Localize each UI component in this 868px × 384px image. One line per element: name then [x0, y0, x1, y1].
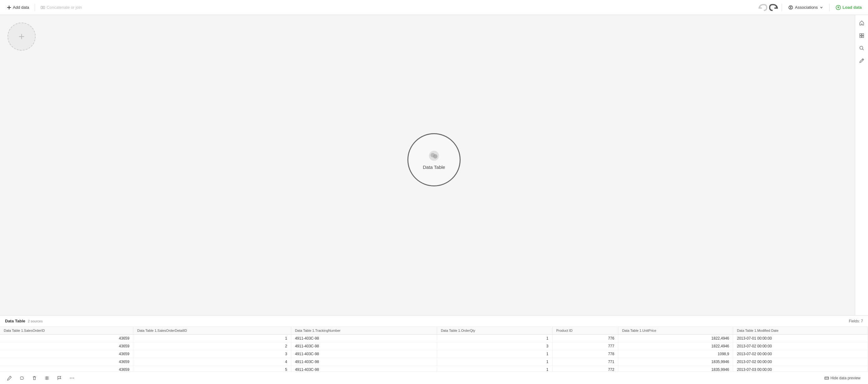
svg-rect-16 — [862, 34, 863, 35]
svg-rect-15 — [860, 34, 861, 35]
pen-icon — [859, 58, 865, 63]
table-cell: 1 — [437, 366, 552, 372]
table-column-header: Data Table 1.Modified Date — [733, 327, 868, 334]
data-table-label: Data Table — [423, 164, 445, 170]
svg-line-21 — [862, 59, 863, 60]
bottom-toolbar: Hide data preview — [0, 372, 868, 384]
table-column-header: Data Table 1.TrackingNumber — [291, 327, 437, 334]
search-icon — [859, 45, 865, 51]
bottom-panel: Data Table 2 sources Fields: 7 Data Tabl… — [0, 315, 868, 384]
svg-point-5 — [788, 5, 792, 9]
bottom-panel-table-name: Data Table — [5, 319, 25, 323]
table-row: 4365914911-403C-9817761822,49462013-07-0… — [0, 334, 868, 343]
data-table-node-icon — [428, 150, 440, 161]
table-column-header: Data Table 1.SalesOrderDetailID — [133, 327, 291, 334]
table-cell: 4911-403C-98 — [291, 343, 437, 350]
svg-point-19 — [860, 46, 863, 50]
concatenate-icon — [41, 5, 45, 10]
toolbar-divider-2 — [782, 4, 782, 11]
home-icon — [859, 20, 865, 26]
table-column-header: Data Table 1.UnitPrice — [618, 327, 733, 334]
hide-preview-button[interactable]: Hide data preview — [822, 375, 863, 382]
undo-button[interactable] — [758, 3, 768, 12]
refresh-tool-button[interactable] — [18, 374, 26, 382]
table-cell: 5 — [133, 366, 291, 372]
more-tool-button[interactable] — [68, 374, 76, 382]
table-cell: 4911-403C-98 — [291, 334, 437, 343]
home-sidebar-button[interactable] — [857, 18, 867, 28]
grid-icon — [859, 33, 865, 38]
table-cell: 43659 — [0, 350, 133, 358]
split-tool-button[interactable] — [42, 374, 51, 382]
data-table-container: Data Table 1.SalesOrderIDData Table 1.Sa… — [0, 327, 868, 372]
search-sidebar-button[interactable] — [857, 43, 867, 53]
redo-button[interactable] — [769, 3, 778, 12]
svg-line-20 — [862, 49, 864, 50]
load-data-label: Load data — [843, 5, 862, 10]
add-circle-plus-icon — [17, 32, 26, 41]
table-row: 4365954911-403C-9817721835,99462013-07-0… — [0, 366, 868, 372]
table-cell: 2013-07-01 00:00:00 — [733, 334, 868, 343]
redo-icon — [769, 3, 778, 12]
table-cell: 2 — [133, 343, 291, 350]
trash-icon — [32, 376, 37, 381]
table-cell: 778 — [552, 350, 618, 358]
table-cell: 776 — [552, 334, 618, 343]
data-preview-table: Data Table 1.SalesOrderIDData Table 1.Sa… — [0, 327, 868, 372]
split-icon — [44, 376, 50, 381]
table-cell: 3 — [437, 343, 552, 350]
delete-tool-button[interactable] — [30, 374, 39, 382]
table-cell: 1822,4946 — [618, 334, 733, 343]
sources-badge: 2 sources — [28, 319, 43, 323]
table-cell: 2013-07-02 00:00:00 — [733, 350, 868, 358]
top-toolbar: Add data Concatenate or join — [0, 0, 868, 15]
bottom-panel-header: Data Table 2 sources Fields: 7 — [0, 316, 868, 327]
table-cell: 43659 — [0, 343, 133, 350]
more-icon — [69, 376, 74, 381]
edit-tool-button[interactable] — [5, 374, 14, 382]
svg-point-28 — [73, 378, 74, 378]
svg-rect-18 — [862, 36, 863, 37]
canvas-area: Data Table — [0, 15, 868, 315]
flag-tool-button[interactable] — [55, 374, 64, 382]
pen-sidebar-button[interactable] — [857, 56, 867, 66]
table-header: Data Table 1.SalesOrderIDData Table 1.Sa… — [0, 327, 868, 334]
table-cell: 4911-403C-98 — [291, 366, 437, 372]
hide-preview-label: Hide data preview — [831, 376, 861, 380]
table-body: 4365914911-403C-9817761822,49462013-07-0… — [0, 334, 868, 372]
plus-icon — [7, 5, 11, 10]
load-data-icon — [836, 5, 841, 10]
table-cell: 1822,4946 — [618, 343, 733, 350]
add-data-button[interactable]: Add data — [4, 3, 32, 11]
toolbar-divider — [35, 4, 35, 11]
table-cell: 1835,9946 — [618, 358, 733, 366]
table-row: 4365944911-403C-9817711835,99462013-07-0… — [0, 358, 868, 366]
associations-label: Associations — [795, 5, 818, 10]
table-cell: 772 — [552, 366, 618, 372]
table-row: 4365924911-403C-9837771822,49462013-07-0… — [0, 343, 868, 350]
svg-point-26 — [70, 378, 71, 378]
table-cell: 777 — [552, 343, 618, 350]
concatenate-button[interactable]: Concatenate or join — [37, 3, 85, 11]
table-cell: 2013-07-02 00:00:00 — [733, 343, 868, 350]
table-cell: 3 — [133, 350, 291, 358]
toolbar-divider-3 — [829, 4, 830, 11]
table-column-header: Data Table 1.OrderQty — [437, 327, 552, 334]
table-cell: 1098,9 — [618, 350, 733, 358]
load-data-button[interactable]: Load data — [833, 3, 864, 11]
table-cell: 4 — [133, 358, 291, 366]
toolbar-left: Add data Concatenate or join — [4, 3, 85, 11]
data-table-icon — [428, 150, 440, 163]
edit-icon — [7, 376, 12, 381]
add-data-label: Add data — [13, 5, 29, 10]
table-cell: 1 — [437, 334, 552, 343]
associations-button[interactable]: Associations — [786, 3, 826, 11]
grid-sidebar-button[interactable] — [857, 31, 867, 41]
bottom-panel-title-group: Data Table 2 sources — [5, 319, 42, 323]
add-data-circle[interactable] — [7, 23, 36, 51]
table-column-header: Product ID — [552, 327, 618, 334]
data-table-node[interactable]: Data Table — [407, 133, 461, 186]
associations-icon — [788, 5, 793, 10]
refresh-icon — [20, 376, 24, 381]
table-cell: 1 — [133, 334, 291, 343]
